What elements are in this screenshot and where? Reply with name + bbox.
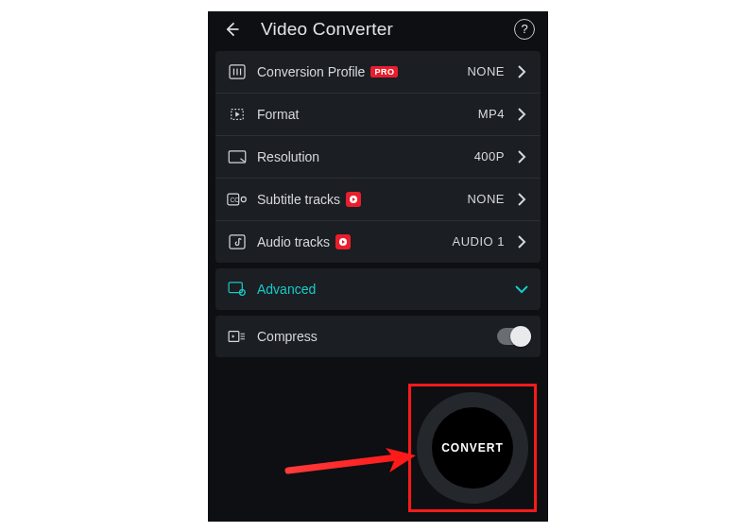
resolution-icon bbox=[227, 148, 248, 165]
convert-button-label: CONVERT bbox=[432, 407, 513, 489]
app-screen: Video Converter ? Conversion Profile PRO… bbox=[208, 11, 548, 522]
row-resolution[interactable]: Resolution 400P bbox=[215, 136, 541, 179]
advanced-icon bbox=[227, 281, 248, 298]
header-bar: Video Converter ? bbox=[208, 11, 548, 45]
notification-badge-icon bbox=[335, 234, 351, 249]
row-compress: Compress bbox=[215, 316, 541, 357]
compress-toggle[interactable] bbox=[497, 328, 529, 345]
chevron-down-icon bbox=[514, 284, 529, 294]
advanced-panel: Advanced bbox=[215, 268, 541, 310]
back-icon[interactable] bbox=[221, 19, 242, 40]
pro-badge: PRO bbox=[370, 66, 398, 77]
row-label: Advanced bbox=[257, 282, 316, 297]
annotation-highlight-box: CONVERT bbox=[408, 384, 537, 512]
row-label: Subtitle tracks bbox=[257, 192, 361, 207]
compress-icon bbox=[227, 328, 248, 345]
page-title: Video Converter bbox=[261, 19, 393, 40]
row-value: MP4 bbox=[478, 107, 505, 121]
row-label: Audio tracks bbox=[257, 234, 351, 249]
audio-icon bbox=[227, 233, 248, 250]
subtitle-icon: CC bbox=[227, 191, 248, 208]
format-icon bbox=[227, 106, 248, 123]
compress-panel: Compress bbox=[215, 316, 541, 357]
chevron-right-icon bbox=[514, 235, 529, 249]
chevron-right-icon bbox=[514, 150, 529, 163]
settings-panel: Conversion Profile PRO NONE Format MP4 R… bbox=[215, 51, 541, 263]
chevron-right-icon bbox=[514, 193, 529, 206]
row-label: Format bbox=[257, 107, 299, 122]
row-advanced[interactable]: Advanced bbox=[215, 268, 541, 310]
row-subtitle-tracks[interactable]: CC Subtitle tracks NONE bbox=[215, 179, 541, 221]
row-conversion-profile[interactable]: Conversion Profile PRO NONE bbox=[215, 51, 541, 94]
row-value: AUDIO 1 bbox=[452, 234, 505, 249]
svg-text:CC: CC bbox=[230, 197, 239, 203]
help-icon[interactable]: ? bbox=[514, 19, 535, 40]
row-label: Conversion Profile PRO bbox=[257, 64, 398, 79]
row-value: 400P bbox=[474, 149, 505, 163]
row-format[interactable]: Format MP4 bbox=[215, 94, 541, 136]
row-label: Compress bbox=[257, 329, 318, 344]
sliders-icon bbox=[227, 63, 248, 80]
row-value: NONE bbox=[467, 192, 505, 206]
convert-button[interactable]: CONVERT bbox=[417, 392, 528, 504]
chevron-right-icon bbox=[514, 65, 529, 78]
row-audio-tracks[interactable]: Audio tracks AUDIO 1 bbox=[215, 221, 541, 263]
row-label: Resolution bbox=[257, 149, 319, 164]
svg-point-4 bbox=[241, 197, 246, 201]
chevron-right-icon bbox=[514, 108, 529, 121]
row-value: NONE bbox=[467, 64, 505, 78]
notification-badge-icon bbox=[346, 192, 361, 207]
